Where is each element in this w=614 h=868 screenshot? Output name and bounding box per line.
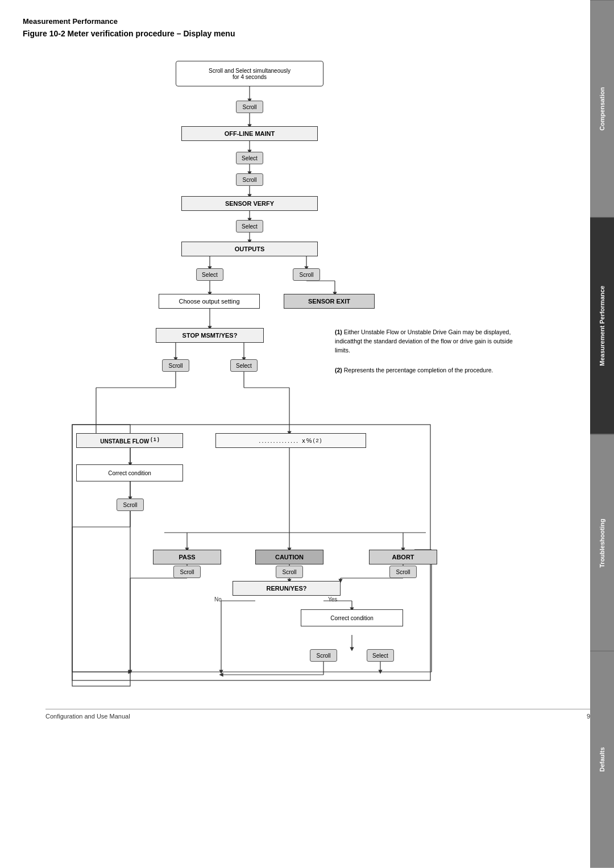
sensor-verfy-box: SENSOR VERFY — [181, 196, 318, 211]
outputs-box: OUTPUTS — [181, 242, 318, 256]
notes-box: (1) Either Unstable Flow or Unstable Dri… — [335, 328, 517, 377]
select-rerun-btn[interactable]: Select — [367, 649, 394, 662]
scroll3-btn[interactable]: Scroll — [293, 268, 320, 281]
flowchart: Scroll and Select simultaneously for 4 s… — [62, 49, 528, 703]
sidebar-tab-compensation[interactable]: Compensation — [590, 0, 614, 217]
offline-maint-box: OFF-LINE MAINT — [181, 126, 318, 141]
scroll4-btn[interactable]: Scroll — [162, 359, 189, 372]
scroll-caution-btn[interactable]: Scroll — [276, 566, 303, 578]
footer-left: Configuration and Use Manual — [45, 713, 130, 720]
dots-x-box: .............. x%(2) — [215, 433, 366, 448]
sidebar-tab-troubleshooting[interactable]: Troubleshooting — [590, 434, 614, 651]
pass-box: PASS — [153, 550, 221, 564]
figure-title: Figure 10-2 Meter verification procedure… — [23, 29, 567, 38]
correct-condition1-box: Correct condition — [76, 464, 183, 481]
select2-btn[interactable]: Select — [236, 220, 263, 232]
select4-btn[interactable]: Select — [230, 359, 258, 372]
scroll1-btn[interactable]: Scroll — [236, 101, 263, 113]
svg-rect-50 — [72, 425, 130, 686]
main-content: Measurement Performance Figure 10-2 Mete… — [0, 0, 590, 754]
no-label: No — [214, 596, 222, 603]
rerun-box: RERUN/YES? — [233, 581, 341, 596]
sidebar: Compensation Measurement Performance Tro… — [590, 0, 614, 868]
start-box: Scroll and Select simultaneously for 4 s… — [176, 61, 323, 86]
abort-box: ABORT — [369, 550, 437, 564]
caution-box: CAUTION — [255, 550, 323, 564]
footer: Configuration and Use Manual 9 — [45, 709, 590, 720]
unstable-flow-box: UNSTABLE FLOW ( 1 ) — [76, 433, 183, 448]
sidebar-tab-defaults[interactable]: Defaults — [590, 651, 614, 868]
choose-output-box: Choose output setting — [159, 294, 260, 309]
scroll-pass-btn[interactable]: Scroll — [173, 566, 201, 578]
footer-right: 9 — [587, 713, 590, 720]
sidebar-tab-measurement[interactable]: Measurement Performance — [590, 217, 614, 434]
scroll-abort-btn[interactable]: Scroll — [389, 566, 417, 578]
yes-label: Yes — [328, 596, 337, 603]
select3-btn[interactable]: Select — [196, 268, 223, 281]
scroll5-btn[interactable]: Scroll — [117, 499, 144, 511]
scroll-rerun-btn[interactable]: Scroll — [310, 649, 337, 662]
correct-condition2-box: Correct condition — [301, 609, 403, 626]
stop-msmt-box: STOP MSMT/YES? — [156, 328, 264, 343]
section-title: Measurement Performance — [23, 17, 567, 26]
select1-btn[interactable]: Select — [236, 152, 263, 164]
sensor-exit-box: SENSOR EXIT — [284, 294, 375, 309]
scroll2-btn[interactable]: Scroll — [236, 173, 263, 186]
